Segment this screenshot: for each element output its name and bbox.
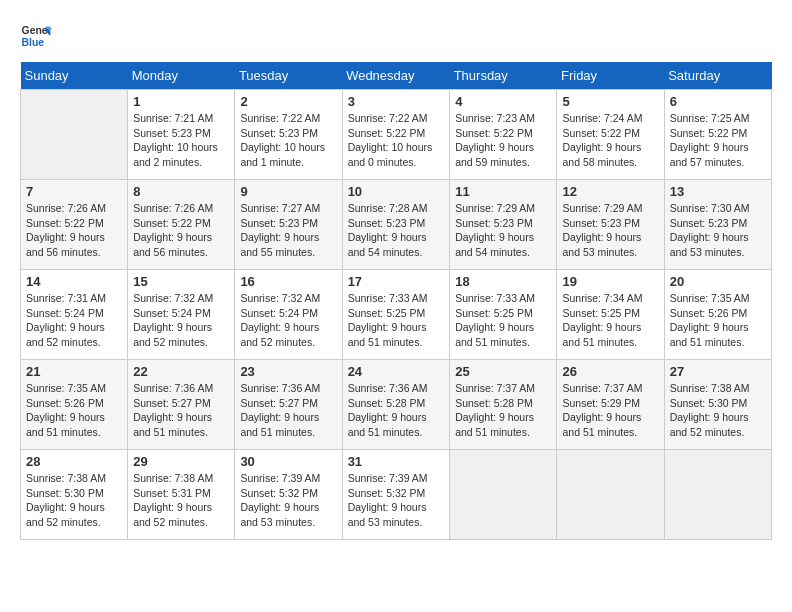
- week-row-1: 1Sunrise: 7:21 AM Sunset: 5:23 PM Daylig…: [21, 90, 772, 180]
- calendar-cell: 10Sunrise: 7:28 AM Sunset: 5:23 PM Dayli…: [342, 180, 450, 270]
- day-info: Sunrise: 7:29 AM Sunset: 5:23 PM Dayligh…: [455, 201, 551, 260]
- calendar-cell: 30Sunrise: 7:39 AM Sunset: 5:32 PM Dayli…: [235, 450, 342, 540]
- calendar-cell: [664, 450, 771, 540]
- calendar-cell: 15Sunrise: 7:32 AM Sunset: 5:24 PM Dayli…: [128, 270, 235, 360]
- calendar-cell: 31Sunrise: 7:39 AM Sunset: 5:32 PM Dayli…: [342, 450, 450, 540]
- calendar-cell: [450, 450, 557, 540]
- day-number: 19: [562, 274, 658, 289]
- day-number: 16: [240, 274, 336, 289]
- calendar-body: 1Sunrise: 7:21 AM Sunset: 5:23 PM Daylig…: [21, 90, 772, 540]
- calendar-cell: [557, 450, 664, 540]
- calendar-cell: 21Sunrise: 7:35 AM Sunset: 5:26 PM Dayli…: [21, 360, 128, 450]
- day-number: 25: [455, 364, 551, 379]
- calendar-cell: 9Sunrise: 7:27 AM Sunset: 5:23 PM Daylig…: [235, 180, 342, 270]
- day-number: 1: [133, 94, 229, 109]
- calendar-cell: 29Sunrise: 7:38 AM Sunset: 5:31 PM Dayli…: [128, 450, 235, 540]
- day-number: 18: [455, 274, 551, 289]
- calendar-cell: 13Sunrise: 7:30 AM Sunset: 5:23 PM Dayli…: [664, 180, 771, 270]
- day-info: Sunrise: 7:31 AM Sunset: 5:24 PM Dayligh…: [26, 291, 122, 350]
- day-number: 31: [348, 454, 445, 469]
- calendar-cell: 22Sunrise: 7:36 AM Sunset: 5:27 PM Dayli…: [128, 360, 235, 450]
- logo-icon: General Blue: [20, 20, 52, 52]
- calendar-cell: 23Sunrise: 7:36 AM Sunset: 5:27 PM Dayli…: [235, 360, 342, 450]
- day-number: 22: [133, 364, 229, 379]
- calendar-cell: 7Sunrise: 7:26 AM Sunset: 5:22 PM Daylig…: [21, 180, 128, 270]
- day-info: Sunrise: 7:35 AM Sunset: 5:26 PM Dayligh…: [670, 291, 766, 350]
- calendar-header-row: SundayMondayTuesdayWednesdayThursdayFrid…: [21, 62, 772, 90]
- page-header: General Blue: [20, 20, 772, 52]
- calendar-cell: 11Sunrise: 7:29 AM Sunset: 5:23 PM Dayli…: [450, 180, 557, 270]
- day-number: 28: [26, 454, 122, 469]
- calendar-cell: 2Sunrise: 7:22 AM Sunset: 5:23 PM Daylig…: [235, 90, 342, 180]
- day-header-wednesday: Wednesday: [342, 62, 450, 90]
- week-row-5: 28Sunrise: 7:38 AM Sunset: 5:30 PM Dayli…: [21, 450, 772, 540]
- calendar-table: SundayMondayTuesdayWednesdayThursdayFrid…: [20, 62, 772, 540]
- calendar-cell: 6Sunrise: 7:25 AM Sunset: 5:22 PM Daylig…: [664, 90, 771, 180]
- calendar-cell: 14Sunrise: 7:31 AM Sunset: 5:24 PM Dayli…: [21, 270, 128, 360]
- week-row-2: 7Sunrise: 7:26 AM Sunset: 5:22 PM Daylig…: [21, 180, 772, 270]
- day-info: Sunrise: 7:32 AM Sunset: 5:24 PM Dayligh…: [240, 291, 336, 350]
- day-info: Sunrise: 7:30 AM Sunset: 5:23 PM Dayligh…: [670, 201, 766, 260]
- calendar-cell: 5Sunrise: 7:24 AM Sunset: 5:22 PM Daylig…: [557, 90, 664, 180]
- day-number: 7: [26, 184, 122, 199]
- day-number: 14: [26, 274, 122, 289]
- day-info: Sunrise: 7:28 AM Sunset: 5:23 PM Dayligh…: [348, 201, 445, 260]
- day-info: Sunrise: 7:36 AM Sunset: 5:27 PM Dayligh…: [240, 381, 336, 440]
- day-info: Sunrise: 7:33 AM Sunset: 5:25 PM Dayligh…: [348, 291, 445, 350]
- day-number: 10: [348, 184, 445, 199]
- day-info: Sunrise: 7:29 AM Sunset: 5:23 PM Dayligh…: [562, 201, 658, 260]
- day-number: 12: [562, 184, 658, 199]
- calendar-cell: 24Sunrise: 7:36 AM Sunset: 5:28 PM Dayli…: [342, 360, 450, 450]
- day-info: Sunrise: 7:39 AM Sunset: 5:32 PM Dayligh…: [240, 471, 336, 530]
- day-number: 29: [133, 454, 229, 469]
- day-number: 8: [133, 184, 229, 199]
- calendar-cell: 28Sunrise: 7:38 AM Sunset: 5:30 PM Dayli…: [21, 450, 128, 540]
- day-info: Sunrise: 7:38 AM Sunset: 5:31 PM Dayligh…: [133, 471, 229, 530]
- day-info: Sunrise: 7:22 AM Sunset: 5:22 PM Dayligh…: [348, 111, 445, 170]
- day-number: 20: [670, 274, 766, 289]
- day-number: 13: [670, 184, 766, 199]
- calendar-cell: 27Sunrise: 7:38 AM Sunset: 5:30 PM Dayli…: [664, 360, 771, 450]
- calendar-cell: [21, 90, 128, 180]
- day-info: Sunrise: 7:33 AM Sunset: 5:25 PM Dayligh…: [455, 291, 551, 350]
- logo: General Blue: [20, 20, 52, 52]
- day-number: 3: [348, 94, 445, 109]
- day-info: Sunrise: 7:38 AM Sunset: 5:30 PM Dayligh…: [26, 471, 122, 530]
- day-header-friday: Friday: [557, 62, 664, 90]
- calendar-cell: 12Sunrise: 7:29 AM Sunset: 5:23 PM Dayli…: [557, 180, 664, 270]
- day-number: 2: [240, 94, 336, 109]
- calendar-cell: 16Sunrise: 7:32 AM Sunset: 5:24 PM Dayli…: [235, 270, 342, 360]
- day-header-monday: Monday: [128, 62, 235, 90]
- day-header-sunday: Sunday: [21, 62, 128, 90]
- calendar-cell: 20Sunrise: 7:35 AM Sunset: 5:26 PM Dayli…: [664, 270, 771, 360]
- week-row-3: 14Sunrise: 7:31 AM Sunset: 5:24 PM Dayli…: [21, 270, 772, 360]
- svg-text:Blue: Blue: [22, 37, 45, 48]
- day-info: Sunrise: 7:37 AM Sunset: 5:29 PM Dayligh…: [562, 381, 658, 440]
- day-number: 4: [455, 94, 551, 109]
- calendar-cell: 3Sunrise: 7:22 AM Sunset: 5:22 PM Daylig…: [342, 90, 450, 180]
- day-info: Sunrise: 7:36 AM Sunset: 5:28 PM Dayligh…: [348, 381, 445, 440]
- day-info: Sunrise: 7:38 AM Sunset: 5:30 PM Dayligh…: [670, 381, 766, 440]
- calendar-cell: 4Sunrise: 7:23 AM Sunset: 5:22 PM Daylig…: [450, 90, 557, 180]
- day-info: Sunrise: 7:37 AM Sunset: 5:28 PM Dayligh…: [455, 381, 551, 440]
- calendar-cell: 8Sunrise: 7:26 AM Sunset: 5:22 PM Daylig…: [128, 180, 235, 270]
- day-header-tuesday: Tuesday: [235, 62, 342, 90]
- day-header-saturday: Saturday: [664, 62, 771, 90]
- calendar-cell: 19Sunrise: 7:34 AM Sunset: 5:25 PM Dayli…: [557, 270, 664, 360]
- day-number: 30: [240, 454, 336, 469]
- day-info: Sunrise: 7:26 AM Sunset: 5:22 PM Dayligh…: [26, 201, 122, 260]
- day-number: 26: [562, 364, 658, 379]
- week-row-4: 21Sunrise: 7:35 AM Sunset: 5:26 PM Dayli…: [21, 360, 772, 450]
- day-info: Sunrise: 7:39 AM Sunset: 5:32 PM Dayligh…: [348, 471, 445, 530]
- day-info: Sunrise: 7:22 AM Sunset: 5:23 PM Dayligh…: [240, 111, 336, 170]
- calendar-cell: 1Sunrise: 7:21 AM Sunset: 5:23 PM Daylig…: [128, 90, 235, 180]
- day-info: Sunrise: 7:32 AM Sunset: 5:24 PM Dayligh…: [133, 291, 229, 350]
- day-number: 24: [348, 364, 445, 379]
- day-info: Sunrise: 7:23 AM Sunset: 5:22 PM Dayligh…: [455, 111, 551, 170]
- day-number: 17: [348, 274, 445, 289]
- day-info: Sunrise: 7:25 AM Sunset: 5:22 PM Dayligh…: [670, 111, 766, 170]
- calendar-cell: 26Sunrise: 7:37 AM Sunset: 5:29 PM Dayli…: [557, 360, 664, 450]
- day-number: 5: [562, 94, 658, 109]
- day-info: Sunrise: 7:27 AM Sunset: 5:23 PM Dayligh…: [240, 201, 336, 260]
- day-number: 11: [455, 184, 551, 199]
